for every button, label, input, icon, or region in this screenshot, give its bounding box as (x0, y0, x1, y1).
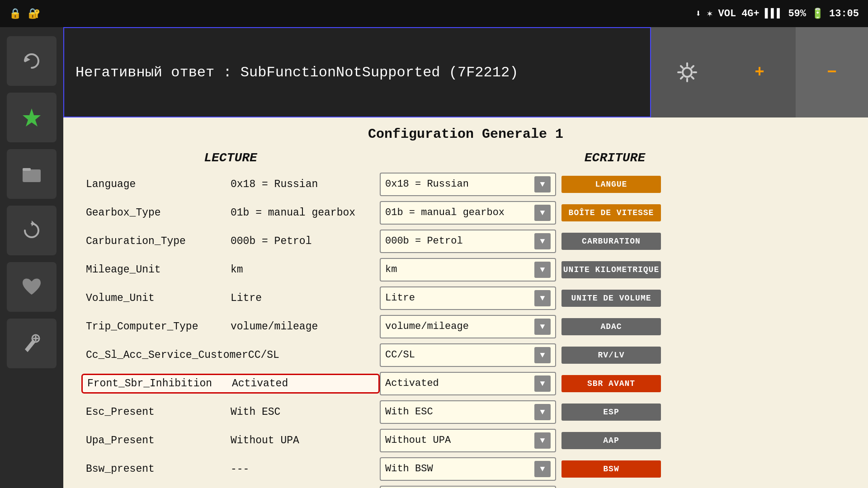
notification-bar: Негативный ответ : SubFunctionNotSupport… (63, 27, 868, 117)
zoom-out-button[interactable]: − (796, 27, 868, 117)
battery-icon: 🔋 (811, 8, 824, 20)
row-ecriture-9: Without UPA▼AAP (380, 429, 850, 452)
sidebar-favorites-btn[interactable] (7, 262, 57, 312)
car-lock-icon: 🔐 (28, 8, 40, 20)
dropdown-7[interactable]: Activated▼ (380, 372, 556, 395)
sidebar-reload-btn[interactable] (7, 206, 57, 255)
chevron-down-icon-1: ▼ (534, 205, 551, 221)
ecriture-tag-1: BOÎTE DE VITESSE (561, 204, 661, 221)
ecriture-tag-8: ESP (561, 404, 661, 421)
dropdown-value-3: km (385, 264, 397, 275)
table-row: Mileage_Unitkmkm▼UNITE KILOMETRIQUE (81, 257, 850, 282)
table-row: Cc_Sl_Acc_Service_CustomerCC/SLCC/SL▼RV/… (81, 343, 850, 367)
row-label-3: Mileage_Unit (86, 264, 231, 276)
table-row: Volume_UnitLitreLitre▼UNITE DE VOLUME (81, 286, 850, 310)
ecriture-tag-9: AAP (561, 432, 661, 449)
battery-download-icon: ⬇ (695, 8, 701, 20)
row-ecriture-6: CC/SL▼RV/LV (380, 343, 850, 367)
ecriture-tag-4: UNITE DE VOLUME (561, 290, 661, 307)
chevron-down-icon-9: ▼ (534, 432, 551, 449)
row-value-7: Activated (232, 378, 288, 389)
lecture-header: LECTURE (81, 151, 380, 165)
chevron-down-icon-7: ▼ (534, 375, 551, 392)
dropdown-value-1: 01b = manual gearbox (385, 207, 505, 218)
dropdown-value-4: Litre (385, 292, 415, 304)
chevron-down-icon-0: ▼ (534, 176, 551, 192)
dropdown-4[interactable]: Litre▼ (380, 286, 556, 310)
table-row: Esc_PresentWith ESCWith ESC▼ESP (81, 399, 850, 424)
table-row: Gearbox_Type01b = manual gearbox01b = ma… (81, 200, 850, 225)
signal-bars: ▌▌▌ (765, 8, 783, 19)
row-lecture-5: Trip_Computer_Typevolume/mileage (81, 318, 380, 335)
settings-button[interactable] (651, 27, 723, 117)
svg-marker-1 (23, 108, 41, 127)
status-left: 🔒 🔐 (9, 8, 40, 20)
dropdown-value-10: With BSW (385, 463, 433, 474)
row-value-5: volume/mileage (231, 321, 318, 333)
volume-icon: VOL (718, 8, 736, 19)
table-row: Language0x18 = Russian0x18 = Russian▼LAN… (81, 172, 850, 197)
row-lecture-1: Gearbox_Type01b = manual gearbox (81, 204, 380, 221)
row-label-8: Esc_Present (86, 406, 231, 418)
ecriture-tag-5: ADAC (561, 318, 661, 335)
row-ecriture-8: With ESC▼ESP (380, 400, 850, 424)
chevron-down-icon-3: ▼ (534, 262, 551, 278)
dropdown-0[interactable]: 0x18 = Russian▼ (380, 173, 556, 196)
row-lecture-10: Bsw_present--- (81, 460, 380, 478)
sidebar-tools-btn[interactable] (7, 319, 57, 368)
row-value-9: Without UPA (231, 435, 299, 446)
dropdown-6[interactable]: CC/SL▼ (380, 343, 556, 367)
dropdown-8[interactable]: With ESC▼ (380, 400, 556, 424)
row-lecture-8: Esc_PresentWith ESC (81, 404, 380, 421)
svg-marker-4 (32, 221, 35, 226)
dropdown-9[interactable]: Without UPA▼ (380, 429, 556, 452)
chevron-down-icon-6: ▼ (534, 347, 551, 363)
dropdown-value-5: volume/mileage (385, 321, 469, 332)
main-content: Configuration Generale 1 LECTURE ECRITUR… (63, 117, 868, 488)
dropdown-11[interactable]: With HFP▼ (380, 486, 556, 488)
dropdown-10[interactable]: With BSW▼ (380, 457, 556, 481)
dropdown-5[interactable]: volume/mileage▼ (380, 315, 556, 338)
row-ecriture-5: volume/mileage▼ADAC (380, 315, 850, 338)
row-lecture-7: Front_Sbr_InhibitionActivated (81, 374, 380, 394)
row-lecture-3: Mileage_Unitkm (81, 261, 380, 278)
sidebar-pin-btn[interactable] (7, 93, 57, 142)
table-row: Upa_PresentWithout UPAWithout UPA▼AAP (81, 428, 850, 453)
dropdown-2[interactable]: 000b = Petrol▼ (380, 230, 556, 253)
row-ecriture-3: km▼UNITE KILOMETRIQUE (380, 258, 850, 282)
row-lecture-4: Volume_UnitLitre (81, 290, 380, 307)
svg-point-8 (683, 68, 692, 77)
ecriture-header: ECRITURE (380, 151, 850, 165)
row-value-3: km (231, 264, 243, 276)
sidebar-folder-btn[interactable] (7, 149, 57, 199)
network-type: 4G+ (741, 8, 760, 19)
dropdown-3[interactable]: km▼ (380, 258, 556, 282)
row-lecture-9: Upa_PresentWithout UPA (81, 432, 380, 449)
dropdown-value-7: Activated (385, 378, 439, 389)
row-value-2: 000b = Petrol (231, 235, 311, 247)
battery-percent: 59% (788, 8, 806, 19)
dropdown-value-6: CC/SL (385, 349, 415, 361)
table-row: Hfp_present---With HFP▼HFP (81, 485, 850, 488)
row-lecture-2: Carburation_Type000b = Petrol (81, 233, 380, 250)
row-ecriture-1: 01b = manual gearbox▼BOÎTE DE VITESSE (380, 201, 850, 225)
table-row: Carburation_Type000b = Petrol000b = Petr… (81, 229, 850, 253)
page-title: Configuration Generale 1 (81, 127, 850, 142)
table-row: Front_Sbr_InhibitionActivatedActivated▼S… (81, 371, 850, 396)
table-row: Bsw_present---With BSW▼BSW (81, 456, 850, 481)
row-value-10: --- (231, 463, 249, 475)
zoom-in-button[interactable]: + (723, 27, 796, 117)
dropdown-1[interactable]: 01b = manual gearbox▼ (380, 201, 556, 225)
row-label-0: Language (86, 178, 231, 190)
dropdown-value-8: With ESC (385, 406, 433, 418)
ecriture-tag-10: BSW (561, 460, 661, 478)
row-ecriture-4: Litre▼UNITE DE VOLUME (380, 286, 850, 310)
sidebar-refresh-btn[interactable] (7, 36, 57, 86)
ecriture-tag-3: UNITE KILOMETRIQUE (561, 261, 661, 278)
row-label-5: Trip_Computer_Type (86, 321, 231, 333)
bluetooth-icon: ✶ (707, 8, 712, 20)
row-lecture-6: Cc_Sl_Acc_Service_CustomerCC/SL (81, 347, 380, 364)
clock: 13:05 (829, 8, 859, 19)
notification-buttons: + − (651, 27, 868, 117)
row-label-9: Upa_Present (86, 435, 231, 446)
